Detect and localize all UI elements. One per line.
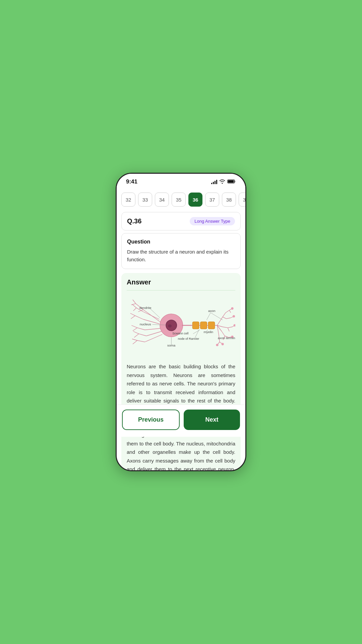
svg-line-18	[133, 328, 137, 331]
svg-line-2	[143, 310, 163, 324]
svg-line-41	[229, 310, 231, 313]
svg-text:node of Ranvier: node of Ranvier	[178, 337, 199, 340]
question-header: Q.36 Long Answer Type	[121, 212, 241, 230]
q-num-34[interactable]: 34	[155, 193, 169, 207]
svg-line-71	[210, 313, 223, 320]
q-num-32[interactable]: 32	[121, 193, 135, 207]
status-time: 9:41	[126, 178, 137, 185]
svg-line-38	[223, 313, 226, 317]
answer-box: Answer	[121, 273, 241, 470]
content-scroll[interactable]: 32 33 34 35 36 37 38 38 38 Q.36 Long Ans…	[117, 187, 245, 470]
question-section-title: Question	[127, 239, 235, 245]
svg-line-25	[132, 339, 137, 341]
svg-line-14	[131, 316, 135, 319]
svg-text:axon terminal: axon terminal	[218, 336, 235, 340]
svg-text:myelin: myelin	[204, 330, 214, 334]
svg-line-49	[228, 328, 230, 331]
bottom-buttons: Previous Next	[117, 405, 245, 437]
svg-rect-1	[228, 180, 234, 182]
svg-text:axon: axon	[208, 309, 215, 313]
svg-text:dendrite: dendrite	[139, 306, 152, 310]
q-num-38b[interactable]: 38	[239, 193, 245, 207]
svg-text:Scwann cell: Scwann cell	[172, 332, 188, 335]
question-type-badge: Long Answer Type	[190, 217, 235, 225]
answer-divider	[127, 290, 235, 290]
svg-line-24	[137, 340, 145, 342]
status-icons	[211, 179, 236, 185]
wifi-icon	[219, 179, 225, 185]
svg-rect-30	[192, 322, 199, 329]
status-bar: 9:41	[117, 174, 245, 187]
phone-frame: 9:41	[116, 173, 246, 471]
svg-point-29	[168, 324, 172, 327]
svg-line-10	[133, 308, 136, 311]
svg-rect-32	[208, 322, 215, 329]
svg-line-46	[223, 327, 228, 328]
q-num-38a[interactable]: 38	[222, 193, 236, 207]
next-button[interactable]: Next	[184, 410, 240, 430]
svg-line-51	[222, 331, 225, 336]
signal-icon	[211, 179, 217, 184]
question-box: Question Draw the structure of a neuron …	[121, 233, 241, 269]
answer-title: Answer	[127, 278, 235, 286]
svg-line-9	[132, 304, 136, 308]
question-text: Draw the structure of a neuron and expla…	[127, 248, 235, 263]
svg-point-63	[216, 344, 218, 346]
svg-point-59	[231, 307, 233, 310]
q-num-33[interactable]: 33	[138, 193, 152, 207]
svg-point-60	[233, 315, 235, 317]
svg-line-15	[145, 328, 161, 330]
svg-line-42	[223, 317, 226, 319]
svg-line-17	[131, 325, 137, 328]
svg-line-70	[207, 313, 211, 320]
question-number: Q.36	[127, 217, 141, 225]
svg-rect-31	[200, 322, 207, 329]
q-num-36[interactable]: 36	[188, 193, 202, 207]
svg-point-64	[222, 343, 224, 345]
svg-line-6	[131, 304, 136, 305]
svg-line-20	[139, 334, 146, 336]
previous-button[interactable]: Previous	[122, 410, 180, 430]
battery-icon	[227, 179, 236, 185]
svg-line-5	[133, 300, 136, 304]
question-nav[interactable]: 32 33 34 35 36 37 38 38 38	[117, 187, 245, 209]
svg-line-12	[135, 316, 143, 319]
svg-line-43	[226, 318, 231, 319]
svg-line-39	[226, 310, 229, 313]
neuron-diagram: dendrite nucleus axon axon terminal myel…	[127, 295, 235, 357]
svg-line-19	[146, 331, 162, 336]
svg-line-26	[133, 340, 137, 344]
svg-line-66	[150, 309, 160, 318]
svg-text:nucleus: nucleus	[140, 322, 151, 326]
svg-line-13	[130, 313, 135, 316]
svg-line-47	[228, 327, 233, 328]
svg-line-22	[134, 334, 139, 337]
q-num-35[interactable]: 35	[172, 193, 186, 207]
svg-line-7	[143, 312, 160, 320]
svg-line-16	[137, 328, 145, 330]
svg-line-21	[133, 331, 139, 334]
q-num-37[interactable]: 37	[205, 193, 219, 207]
